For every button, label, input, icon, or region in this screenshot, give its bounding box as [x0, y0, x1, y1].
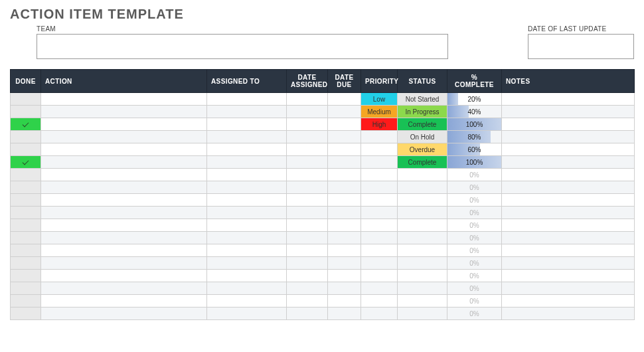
- done-cell[interactable]: [11, 257, 41, 270]
- date-due-cell[interactable]: [328, 156, 361, 169]
- done-cell[interactable]: [11, 282, 41, 295]
- notes-cell[interactable]: [502, 156, 635, 169]
- date-assigned-cell[interactable]: [287, 194, 328, 207]
- assigned-to-cell[interactable]: [207, 257, 287, 270]
- action-cell[interactable]: [41, 131, 207, 143]
- notes-cell[interactable]: [502, 194, 635, 207]
- priority-cell[interactable]: [361, 207, 398, 219]
- assigned-to-cell[interactable]: [207, 143, 287, 156]
- date-assigned-cell[interactable]: [287, 207, 328, 219]
- notes-cell[interactable]: [502, 106, 635, 118]
- date-due-cell[interactable]: [328, 257, 361, 270]
- notes-cell[interactable]: [502, 169, 635, 181]
- date-assigned-cell[interactable]: [287, 257, 328, 270]
- date-assigned-cell[interactable]: [287, 295, 328, 308]
- action-cell[interactable]: [41, 156, 207, 169]
- priority-cell[interactable]: [361, 270, 398, 282]
- done-cell[interactable]: [11, 118, 41, 131]
- notes-cell[interactable]: [502, 219, 635, 232]
- action-cell[interactable]: [41, 181, 207, 194]
- priority-cell[interactable]: Low: [361, 93, 398, 106]
- action-cell[interactable]: [41, 257, 207, 270]
- done-cell[interactable]: [11, 169, 41, 181]
- date-due-cell[interactable]: [328, 143, 361, 156]
- pct-complete-cell[interactable]: 60%: [447, 143, 502, 156]
- date-assigned-cell[interactable]: [287, 118, 328, 131]
- pct-complete-cell[interactable]: 100%: [447, 118, 502, 131]
- notes-cell[interactable]: [502, 143, 635, 156]
- status-cell[interactable]: [398, 207, 447, 219]
- assigned-to-cell[interactable]: [207, 181, 287, 194]
- done-cell[interactable]: [11, 181, 41, 194]
- notes-cell[interactable]: [502, 93, 635, 106]
- done-cell[interactable]: [11, 143, 41, 156]
- status-cell[interactable]: [398, 295, 447, 308]
- priority-cell[interactable]: [361, 131, 398, 143]
- notes-cell[interactable]: [502, 282, 635, 295]
- action-cell[interactable]: [41, 270, 207, 282]
- done-cell[interactable]: [11, 270, 41, 282]
- status-cell[interactable]: Complete: [398, 118, 447, 131]
- date-assigned-cell[interactable]: [287, 93, 328, 106]
- status-cell[interactable]: Not Started: [398, 93, 447, 106]
- assigned-to-cell[interactable]: [207, 194, 287, 207]
- priority-cell[interactable]: [361, 169, 398, 181]
- notes-cell[interactable]: [502, 118, 635, 131]
- assigned-to-cell[interactable]: [207, 295, 287, 308]
- date-due-cell[interactable]: [328, 270, 361, 282]
- priority-cell[interactable]: [361, 181, 398, 194]
- done-cell[interactable]: [11, 207, 41, 219]
- action-cell[interactable]: [41, 232, 207, 244]
- priority-cell[interactable]: [361, 143, 398, 156]
- date-assigned-cell[interactable]: [287, 270, 328, 282]
- date-assigned-cell[interactable]: [287, 244, 328, 257]
- date-assigned-cell[interactable]: [287, 169, 328, 181]
- pct-complete-cell[interactable]: 0%: [447, 219, 502, 232]
- pct-complete-cell[interactable]: 80%: [447, 131, 502, 143]
- status-cell[interactable]: [398, 219, 447, 232]
- status-cell[interactable]: [398, 169, 447, 181]
- notes-cell[interactable]: [502, 308, 635, 320]
- action-cell[interactable]: [41, 169, 207, 181]
- assigned-to-cell[interactable]: [207, 270, 287, 282]
- assigned-to-cell[interactable]: [207, 219, 287, 232]
- date-due-cell[interactable]: [328, 169, 361, 181]
- assigned-to-cell[interactable]: [207, 156, 287, 169]
- status-cell[interactable]: [398, 181, 447, 194]
- action-cell[interactable]: [41, 194, 207, 207]
- date-of-last-update-input[interactable]: [528, 34, 634, 59]
- date-assigned-cell[interactable]: [287, 106, 328, 118]
- pct-complete-cell[interactable]: 0%: [447, 232, 502, 244]
- status-cell[interactable]: [398, 308, 447, 320]
- pct-complete-cell[interactable]: 20%: [447, 93, 502, 106]
- action-cell[interactable]: [41, 106, 207, 118]
- date-due-cell[interactable]: [328, 194, 361, 207]
- pct-complete-cell[interactable]: 0%: [447, 194, 502, 207]
- done-cell[interactable]: [11, 232, 41, 244]
- done-cell[interactable]: [11, 219, 41, 232]
- action-cell[interactable]: [41, 219, 207, 232]
- action-cell[interactable]: [41, 207, 207, 219]
- assigned-to-cell[interactable]: [207, 106, 287, 118]
- pct-complete-cell[interactable]: 100%: [447, 156, 502, 169]
- done-cell[interactable]: [11, 93, 41, 106]
- priority-cell[interactable]: High: [361, 118, 398, 131]
- assigned-to-cell[interactable]: [207, 232, 287, 244]
- team-input[interactable]: [37, 34, 448, 59]
- priority-cell[interactable]: [361, 295, 398, 308]
- done-cell[interactable]: [11, 106, 41, 118]
- date-assigned-cell[interactable]: [287, 156, 328, 169]
- assigned-to-cell[interactable]: [207, 282, 287, 295]
- status-cell[interactable]: On Hold: [398, 131, 447, 143]
- done-cell[interactable]: [11, 308, 41, 320]
- status-cell[interactable]: [398, 194, 447, 207]
- pct-complete-cell[interactable]: 0%: [447, 282, 502, 295]
- done-cell[interactable]: [11, 244, 41, 257]
- date-assigned-cell[interactable]: [287, 282, 328, 295]
- action-cell[interactable]: [41, 118, 207, 131]
- date-due-cell[interactable]: [328, 219, 361, 232]
- assigned-to-cell[interactable]: [207, 131, 287, 143]
- notes-cell[interactable]: [502, 295, 635, 308]
- date-due-cell[interactable]: [328, 131, 361, 143]
- pct-complete-cell[interactable]: 0%: [447, 244, 502, 257]
